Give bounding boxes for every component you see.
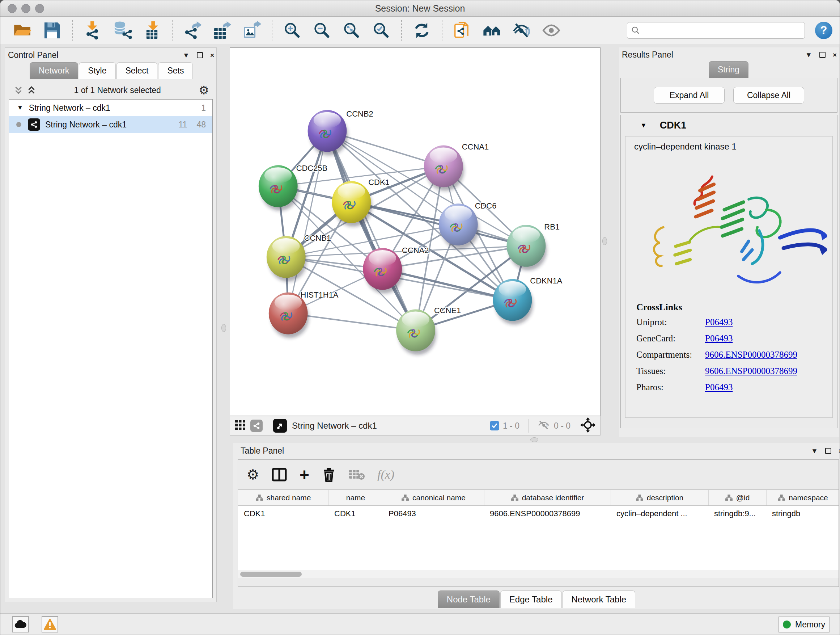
save-session-button[interactable] [39,19,65,42]
first-neighbors-button[interactable] [479,19,505,42]
crosshair-icon[interactable] [580,417,596,434]
network-row[interactable]: String Network – cdk1 11 48 [9,116,212,133]
crosslink-link[interactable]: 9606.ENSP00000378699 [705,350,797,360]
import-network-database-button[interactable] [110,19,135,42]
panel-menu-icon[interactable]: ▼ [805,51,812,58]
float-panel-icon[interactable] [819,52,826,58]
show-all-button[interactable] [538,19,564,42]
zoom-fit-button[interactable] [339,19,364,42]
table-cell[interactable]: CDK1 [238,506,328,521]
close-panel-icon[interactable]: × [838,448,840,454]
table-cell[interactable]: 9606.ENSP00000378699 [484,506,611,521]
splitter-handle[interactable] [221,324,226,332]
float-panel-icon[interactable] [197,52,203,58]
cloud-button[interactable] [12,616,29,632]
zoom-out-button[interactable] [309,19,335,42]
table-row[interactable]: CDK1CDK1P064939606.ENSP00000378699cyclin… [238,506,838,521]
network-node-CDC25B[interactable] [259,165,299,211]
export-table-file-button[interactable] [210,19,235,42]
collapse-triangle-icon[interactable]: ▼ [17,104,23,111]
network-canvas[interactable]: CCNB2CCNA1CDC25BCDK1CDC6RB1CCNB1CCNA2CDK… [230,48,600,416]
selected-checkbox-icon[interactable] [490,421,499,431]
column-header-shared-name[interactable]: shared name [238,490,328,506]
protein-card-header[interactable]: ▼ CDK1 [621,115,837,135]
tab-edge-table[interactable]: Edge Table [500,591,562,608]
grid-icon[interactable] [234,419,246,432]
duplicate-network-button[interactable] [450,19,475,42]
crosslink-row: Uniprot:P06493 [636,317,832,327]
network-edge-CCNB2-CCNE1[interactable] [327,131,416,331]
crosslink-link[interactable]: P06493 [705,317,733,327]
collapse-triangle-icon[interactable]: ▼ [640,122,647,129]
panel-menu-icon[interactable]: ▼ [811,448,818,454]
column-header-id[interactable]: @id [708,490,766,506]
network-node-CCNE1[interactable] [396,310,436,355]
network-edge-CCNB2-HIST1H1A[interactable] [288,131,327,314]
chevron-double-down-icon[interactable] [14,86,23,95]
splitter-handle[interactable] [531,437,538,442]
plus-icon[interactable]: + [300,468,309,481]
import-table-file-button[interactable] [139,19,164,42]
node-table[interactable]: shared namenamecanonical namedatabase id… [238,489,838,570]
search-input[interactable] [643,26,801,35]
horizontal-scrollbar[interactable] [238,570,838,578]
tab-sets[interactable]: Sets [158,62,193,79]
network-node-CCNB2[interactable] [308,110,348,156]
network-node-CDKN1A[interactable] [493,279,533,325]
tab-string[interactable]: String [709,61,748,78]
hide-selected-button[interactable] [509,19,534,42]
zoom-selected-button[interactable] [369,19,394,42]
panel-menu-icon[interactable]: ▼ [183,52,189,59]
gear-icon[interactable]: ⚙ [247,467,259,483]
help-button[interactable]: ? [815,22,832,39]
import-network-file-button[interactable] [80,19,105,42]
expand-all-button[interactable]: Expand All [654,87,725,103]
tab-select[interactable]: Select [117,62,158,79]
gear-icon[interactable]: ⚙ [199,83,209,97]
scrollbar-thumb[interactable] [240,572,302,577]
network-collection-row[interactable]: ▼ String Network – cdk1 1 [9,100,212,116]
warning-button[interactable] [42,616,58,632]
table-cell[interactable]: P06493 [383,506,484,521]
export-image-file-button[interactable] [239,19,264,42]
close-panel-icon[interactable]: × [210,52,214,59]
column-header-name[interactable]: name [328,490,383,506]
chevron-double-up-icon[interactable] [27,86,36,95]
zoom-in-button[interactable] [279,19,305,42]
column-header-namespace[interactable]: namespace [766,490,838,506]
search-box[interactable] [627,22,805,39]
tab-network[interactable]: Network [30,62,78,79]
function-icon[interactable]: f(x) [377,468,394,481]
column-header-database-identifier[interactable]: database identifier [484,490,611,506]
tab-network-table[interactable]: Network Table [562,591,636,608]
delete-table-icon[interactable] [348,469,365,481]
collapse-all-button[interactable]: Collapse All [733,87,804,103]
network-node-CCNA2[interactable] [363,248,403,294]
table-cell[interactable]: cyclin–dependent ... [611,506,708,521]
crosslink-link[interactable]: P06493 [705,333,733,344]
memory-button[interactable]: Memory [778,616,829,632]
network-node-CDK1[interactable] [332,181,372,226]
share-icon[interactable] [250,420,263,432]
network-node-CCNA1[interactable] [424,145,464,191]
tab-style[interactable]: Style [79,62,115,79]
columns-icon[interactable] [271,467,287,482]
table-cell[interactable]: CDK1 [328,506,383,521]
float-panel-icon[interactable] [825,448,831,454]
refresh-button[interactable] [409,19,434,42]
export-network-file-button[interactable] [180,19,205,42]
splitter-handle[interactable] [602,237,607,245]
table-cell[interactable]: stringdb:9... [708,506,766,521]
column-header-canonical-name[interactable]: canonical name [383,490,484,506]
tab-node-table[interactable]: Node Table [438,591,500,608]
birdseye-icon[interactable] [273,419,287,432]
crosslink-link[interactable]: P06493 [705,382,733,393]
close-panel-icon[interactable]: × [833,51,837,58]
network-node-CDC6[interactable] [439,203,479,249]
network-node-RB1[interactable] [507,225,547,271]
trash-icon[interactable] [322,467,336,483]
table-cell[interactable]: stringdb [766,506,838,521]
column-header-description[interactable]: description [611,490,708,506]
open-session-button[interactable] [10,19,35,42]
crosslink-link[interactable]: 9606.ENSP00000378699 [705,366,797,376]
